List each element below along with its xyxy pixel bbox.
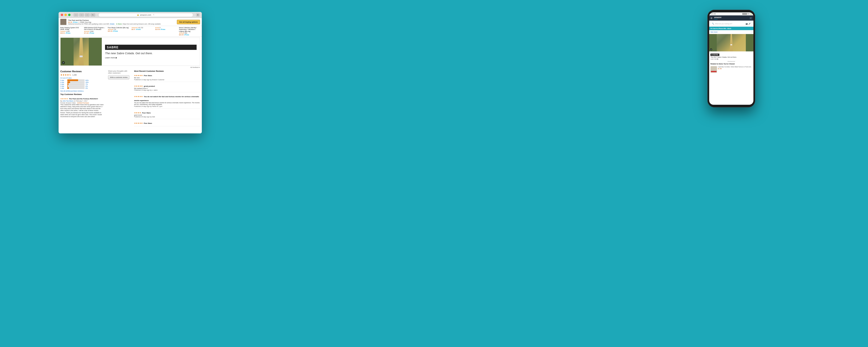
phone-status-icons: ▐▐▐▐▐ WiFi 🔋 — [742, 13, 752, 15]
delivery-detail: Delivered tomorrow for FREE with qualify… — [68, 23, 175, 25]
phone-chevron-icon: › — [751, 31, 752, 33]
upload-button[interactable]: ↑ — [85, 13, 90, 17]
write-review-button[interactable]: Write a customer review — [108, 75, 129, 80]
price-value: $9.99 — [68, 21, 72, 23]
phone-menu-icon[interactable]: ☰ — [710, 17, 712, 19]
recent-review-subtitle-1: like new — [134, 77, 200, 79]
close-dot[interactable] — [61, 14, 63, 16]
related-products-bar: Body Shaping System DVD (Multi, Small) ★… — [59, 26, 202, 37]
related-price-2: $72.80 √Prime — [84, 32, 105, 34]
top-reviews-title: Top Customer Reviews — [60, 93, 104, 95]
recent-review-4: ★★★★ Four Stars good movie Published 26 … — [134, 111, 200, 119]
phone-mic-icon[interactable]: 🎤 — [748, 23, 751, 25]
related-price-3: $35.99 √Prime — [108, 30, 129, 32]
recent-review-title-1: Five Stars — [144, 74, 152, 76]
overall-count: 1,286 — [72, 74, 76, 76]
verified-badge: Verified Purchase — [77, 102, 89, 104]
rating-bar-bg-1 — [67, 87, 85, 89]
rating-label-4: 4 star — [60, 82, 66, 83]
ad-car — [80, 56, 83, 57]
rating-row-3: 3 star 7% — [60, 83, 104, 85]
rating-label-3: 3 star — [60, 84, 66, 85]
top-review-stars: ★★★★★ — [60, 98, 68, 100]
refresh-button[interactable]: ↻ — [91, 13, 95, 17]
ad-learn-more[interactable]: Learn more ▶ — [105, 57, 196, 59]
prime-badge: √Prime — [73, 22, 78, 23]
phone-camera-icon[interactable]: 📷 — [746, 23, 748, 25]
rating-pct-5: 62% — [86, 80, 89, 81]
related-price-6: $26.95 √Prime — [179, 34, 200, 36]
related-product-title-2: NEW Workout DVD Program—Get It Done in 2… — [84, 27, 105, 31]
forward-button[interactable]: › — [79, 13, 84, 17]
phone-ad-image: 🔊 — [709, 34, 753, 52]
recent-review-5: ★★★★★ Five Stars — [134, 121, 200, 126]
rating-bar-bg-5 — [67, 80, 85, 81]
recent-review-subtitle-4: good movie — [134, 114, 200, 116]
phone-ad-tagline: The 2017 Sabre Colada. Get out there. — [710, 56, 752, 58]
phone-statusbar: 9:41 AM ▐▐▐▐▐ WiFi 🔋 — [709, 12, 753, 15]
browser-nav: ‹ › ↑ ↻ — [73, 13, 95, 17]
recent-review-stars-4: ★★★★ — [134, 112, 141, 114]
phone-search-bar[interactable]: 🔍 What are you looking for? 📷 🎤 — [710, 22, 752, 26]
related-stars-1: ★★★★ 1,261 — [60, 31, 82, 32]
phone-product-strip-text: Fit Club for iPhone 6/6s - Black — [710, 28, 731, 29]
phone-ad-trees-right — [746, 34, 753, 52]
top-review-author[interactable]: John Two Bears — [62, 100, 73, 102]
recent-review-stars-5: ★★★★★ — [134, 122, 143, 124]
amazon-product-header: The Fast and the Furious $9.99 √Prime | … — [59, 18, 202, 26]
recent-review-meta-1: Published 12 days ago by Amazon Customer — [134, 79, 200, 81]
phone-amazon-header: ☰ amazon Prime 🛒 — [709, 15, 753, 21]
top-review-title: The Fast and the Furious ROCKS!!! — [69, 98, 98, 100]
back-button[interactable]: ‹ — [73, 13, 78, 17]
see-verified-link[interactable]: See all verified purchase reviews ▸ — [60, 90, 104, 92]
phone-body: 9:41 AM ▐▐▐▐▐ WiFi 🔋 ☰ amazon Prime 🛒 🔍 — [707, 10, 755, 107]
phone-see-more-text: See more — [710, 31, 718, 33]
phone-volume-icon[interactable]: 🔊 — [710, 49, 712, 51]
recent-review-meta-4: Published 26 days ago by Dale — [134, 116, 200, 118]
product-info: The Fast and the Furious $9.99 √Prime | … — [68, 19, 175, 25]
rating-bar-fill-1 — [67, 87, 69, 89]
recent-review-title-4: Four Stars — [142, 112, 151, 114]
minimize-dot[interactable] — [64, 14, 67, 16]
advertisement-banner: 🔊 SABRE The new Sabre Colada. Get out th… — [60, 37, 200, 66]
recent-review-stars-2: ★★★★★ — [134, 85, 143, 87]
related-product-3: Four-Movie Collection [Blu-ray] ★★★★ 770… — [108, 27, 129, 36]
phone-see-more[interactable]: See more › — [709, 30, 753, 34]
phone-cart-icon[interactable]: 🛒 — [749, 17, 752, 19]
rating-row-2: 2 star 4% — [60, 85, 104, 87]
customer-review-title: Customer Reviews — [60, 70, 104, 73]
ad-image: 🔊 — [61, 38, 102, 65]
phone-ad-learn-more[interactable]: Learn more ▶ — [710, 58, 752, 60]
see-buying-options-button[interactable]: See all buying options — [177, 20, 200, 24]
share-button[interactable]: ⬆ — [196, 13, 199, 17]
rating-bar-fill-3 — [67, 83, 69, 85]
rating-bar-bg-3 — [67, 83, 85, 85]
product-title: The Fast and the Furious — [68, 19, 175, 21]
reload-icon[interactable]: ↻ — [153, 14, 155, 16]
recent-review-meta-3: Published 24 days ago by Patrick M. Lyon — [134, 106, 200, 107]
overall-rating: ★★★★½ 1,286 — [60, 73, 104, 76]
rating-bars: 5 star 62% 4 star 16% 3 st — [60, 80, 104, 89]
related-stars-6: ★★★★ 283 — [179, 32, 200, 34]
related-product-title-1: Body Shaping System DVD (Multi, Small) — [60, 27, 82, 31]
browser-window: ‹ › ↑ ↻ 🔒 amazon.com ↻ ⬆ The Fast and th… — [59, 12, 202, 133]
out-of-stars[interactable]: 4.6 out of 5 stars — [60, 77, 104, 79]
related-stars-3: ★★★★ 770 — [108, 29, 129, 30]
review-format: Format: Amazon Video Verified Purchase — [60, 102, 104, 104]
signal-icon: ▐▐▐▐▐ — [742, 13, 747, 14]
details-link[interactable]: Details — [110, 23, 114, 25]
lock-icon: 🔒 — [137, 14, 139, 16]
ad-feedback[interactable]: Ad feedback ▾ — [60, 67, 200, 68]
most-recent-title: Most Recent Customer Reviews — [134, 70, 200, 72]
address-bar[interactable]: 🔒 amazon.com ↻ — [98, 13, 193, 17]
wifi-icon: WiFi — [747, 13, 750, 14]
phone-search-action-icons: 📷 🎤 — [746, 23, 751, 25]
phone-screen: 9:41 AM ▐▐▐▐▐ WiFi 🔋 ☰ amazon Prime 🛒 🔍 — [709, 12, 753, 105]
phone-related-item-1[interactable]: Legendary Corvettes: Vettes Made Famous … — [709, 65, 753, 73]
rating-bar-fill-5 — [67, 80, 78, 81]
recent-review-title-3: You do not watch the fast and furious mo… — [134, 96, 199, 101]
related-price-1: $39.91 √Prime — [60, 32, 82, 34]
maximize-dot[interactable] — [68, 14, 70, 16]
sabre-logo: SABRE — [105, 45, 196, 50]
reviews-section: Customer Reviews ★★★★½ 1,286 4.6 out of … — [59, 69, 202, 129]
